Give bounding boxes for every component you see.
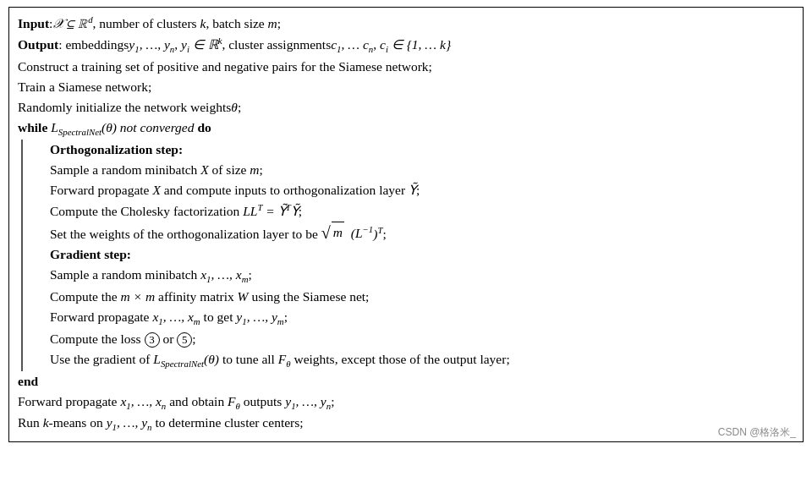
train-text: Train a Siamese network; (18, 77, 151, 97)
loss-line: Compute the loss 3 or 5 ; (50, 329, 794, 349)
affinity-line: Compute the m × m affinity matrix W usin… (50, 287, 794, 307)
kmeans-rest: to determine cluster centers; (152, 413, 304, 433)
gradient-loss: LSpectralNet(θ) (153, 349, 219, 371)
sample-xi-text: Sample a random minibatch (50, 265, 200, 285)
init-text: Randomly initialize the network weights (18, 97, 231, 118)
construct-line: Construct a training set of positive and… (18, 57, 794, 77)
forward-xi-text: Forward propagate (50, 307, 152, 327)
sample-x-size: of size m; (209, 160, 263, 180)
loss-ref5[interactable]: 5 (177, 332, 192, 348)
forward-x-rest: and compute inputs to orthogonalization … (161, 180, 409, 200)
init-semi: ; (238, 97, 241, 118)
grad-header: Gradient step: (50, 244, 794, 265)
final-forward-semi: ; (331, 392, 334, 412)
final-forward-obtain: and obtain Fθ outputs (166, 392, 285, 414)
forward-xi-get: to get (200, 307, 237, 327)
sample-x-text: Sample a random minibatch (50, 160, 200, 180)
forward-x-text: Forward propagate (50, 180, 152, 200)
output-line: Output : embeddings y1, …, yn , yi ∈ ℝk … (18, 34, 794, 57)
while-line: while LSpectralNet(θ) not converged do (18, 118, 794, 140)
cholesky-line: Compute the Cholesky factorization LLT =… (50, 200, 794, 222)
output-label: Output (18, 35, 58, 55)
loss-text: Compute the loss (50, 329, 145, 349)
cholesky-eq: LLT = ỸTỸ (243, 200, 299, 222)
input-set: 𝒳 ⊆ ℝd (52, 13, 92, 34)
ortho-header: Orthogonalization step: (50, 140, 794, 160)
construct-text: Construct a training set of positive and… (18, 57, 432, 77)
final-forward-text: Forward propagate (18, 392, 120, 412)
train-line: Train a Siamese network; (18, 77, 794, 97)
init-theta: θ (231, 97, 238, 118)
loss-or: or (160, 329, 178, 349)
forward-xi-y: y1, …, ym (236, 307, 283, 329)
output-ci: c1, … cn (331, 35, 373, 57)
output-ci2: ci ∈ {1, … k} (380, 35, 451, 57)
end-keyword: end (18, 371, 38, 392)
forward-x-line: Forward propagate X and compute inputs t… (50, 180, 794, 200)
final-forward-y: y1, …, yn (285, 392, 331, 414)
affinity-text: Compute the (50, 287, 121, 307)
set-weights-semi: ; (382, 224, 386, 244)
loss-ref3[interactable]: 3 (145, 332, 160, 348)
algorithm-container: Input : 𝒳 ⊆ ℝd , number of clusters k, b… (8, 7, 804, 442)
input-label: Input (18, 14, 49, 34)
gradient-rest: to tune all Fθ weights, except those of … (219, 349, 510, 371)
while-keyword: while (18, 118, 51, 138)
sample-xi-var: x1, …, xm (200, 265, 248, 287)
input-params: , number of clusters k, batch size m; (93, 14, 282, 34)
forward-x-semi: ; (416, 180, 420, 200)
forward-xi-line: Forward propagate x1, …, xm to get y1, …… (50, 307, 794, 329)
watermark: CSDN @格洛米_ (718, 425, 796, 441)
output-colon: : embeddings (58, 35, 129, 55)
set-weights-line: Set the weights of the orthogonalization… (50, 222, 794, 244)
forward-x-var: X (152, 180, 160, 200)
end-line: end (18, 371, 794, 392)
kmeans-var: y1, …, yn (107, 413, 152, 435)
output-comma: , (174, 35, 181, 55)
forward-xi-var: x1, …, xm (152, 307, 200, 329)
sample-x-var: X (200, 160, 208, 180)
affinity-rest: affinity matrix W using the Siamese net; (155, 287, 369, 307)
grad-label: Gradient step: (50, 244, 131, 265)
sample-xi-semi: ; (249, 265, 252, 285)
ortho-label: Orthogonalization step: (50, 140, 183, 160)
output-embeddings: y1, …, yn (129, 35, 174, 57)
final-forward-line: Forward propagate x1, …, xn and obtain F… (18, 392, 794, 414)
sample-xi-line: Sample a random minibatch x1, …, xm ; (50, 265, 794, 287)
output-yi: yi ∈ ℝk (181, 34, 222, 57)
affinity-size: m × m (121, 287, 156, 307)
gradient-text: Use the gradient of (50, 349, 153, 370)
init-line: Randomly initialize the network weights … (18, 97, 794, 118)
loss-semi: ; (192, 329, 195, 349)
forward-x-ytilde: Ỹ (409, 180, 416, 200)
kmeans-line: Run k-means on y1, …, yn to determine cl… (18, 413, 794, 435)
final-forward-var: x1, …, xn (120, 392, 166, 414)
forward-xi-semi: ; (284, 307, 288, 327)
set-weights-text: Set the weights of the orthogonalization… (50, 224, 321, 244)
set-weights-formula: √m (L−1)T (321, 222, 383, 244)
while-body: Orthogonalization step: Sample a random … (21, 140, 794, 370)
input-line: Input : 𝒳 ⊆ ℝd , number of clusters k, b… (18, 13, 794, 34)
cholesky-text: Compute the Cholesky factorization (50, 201, 243, 222)
sample-x-line: Sample a random minibatch X of size m; (50, 160, 794, 180)
cholesky-semi: ; (299, 201, 302, 222)
output-comma2: , (373, 35, 380, 55)
kmeans-text: Run k-means on (18, 413, 107, 433)
while-condition: LSpectralNet(θ) not converged (51, 118, 194, 140)
while-do: do (195, 118, 211, 138)
output-cluster: , cluster assignments (222, 35, 331, 55)
gradient-line: Use the gradient of LSpectralNet(θ) to t… (50, 349, 794, 371)
